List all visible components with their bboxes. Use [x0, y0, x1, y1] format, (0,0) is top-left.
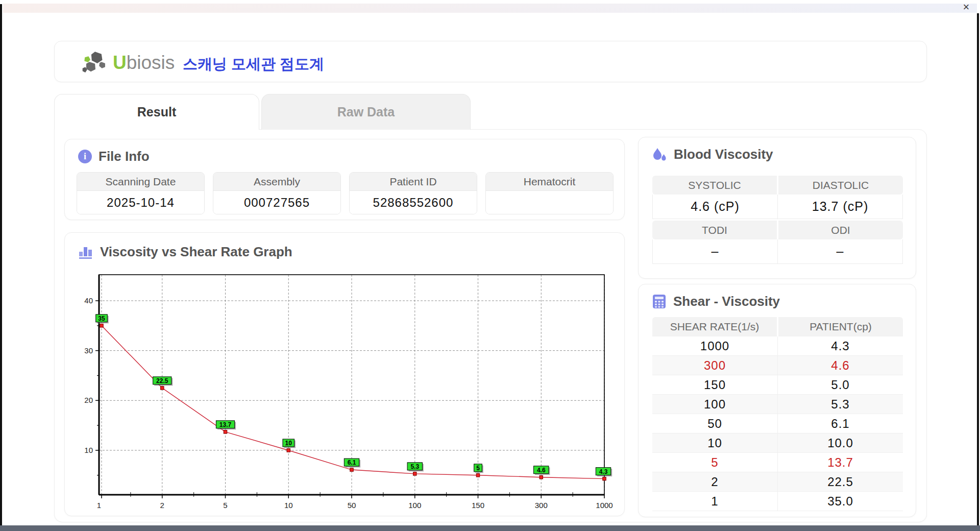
blood-viscosity-table: TODIODI––	[652, 221, 903, 264]
shear-column-header: SHEAR RATE(1/s)	[652, 317, 777, 336]
bv-value-cell: 4.6 (cP)	[653, 195, 777, 219]
shear-table-row: 135.0	[652, 492, 903, 511]
tab-raw-data-label: Raw Data	[337, 105, 395, 119]
logo-u: U	[113, 52, 127, 73]
field-value: 2025-10-14	[77, 191, 204, 214]
svg-text:5: 5	[476, 465, 480, 472]
svg-text:300: 300	[535, 501, 548, 510]
file-info-field: Assembly000727565	[213, 172, 341, 214]
window-right-border	[977, 13, 979, 527]
shear-table-row: 10004.3	[652, 336, 903, 356]
header-card: Ubiosis 스캐닝 모세관 점도계	[54, 41, 927, 82]
svg-text:50: 50	[348, 501, 356, 510]
shear-rate-cell: 1000	[652, 336, 777, 355]
patient-cp-cell: 4.3	[777, 336, 903, 355]
field-label: Hematocrit	[486, 173, 613, 191]
svg-text:1: 1	[97, 501, 101, 510]
close-icon[interactable]: ×	[960, 1, 973, 14]
svg-text:35: 35	[98, 315, 105, 322]
bv-header-cell: TODI	[652, 221, 777, 239]
patient-cp-cell: 22.5	[777, 472, 903, 491]
logo: Ubiosis	[81, 51, 175, 75]
svg-text:4.6: 4.6	[537, 467, 546, 474]
shear-viscosity-card: Shear - Viscosity SHEAR RATE(1/s)PATIENT…	[638, 284, 916, 517]
shear-table-header: SHEAR RATE(1/s)PATIENT(cp)	[652, 317, 903, 336]
blood-viscosity-card: Blood Viscosity SYSTOLICDIASTOLIC4.6 (cP…	[638, 137, 916, 279]
window-left-border	[0, 4, 2, 527]
patient-cp-cell: 13.7	[777, 453, 903, 472]
blood-viscosity-title: Blood Viscosity	[674, 147, 773, 162]
shear-rate-cell: 300	[652, 356, 777, 375]
file-info-field: Hematocrit	[485, 172, 614, 214]
logo-rest: biosis	[127, 52, 175, 73]
shear-table-row: 506.1	[652, 414, 903, 433]
svg-text:2: 2	[160, 501, 164, 510]
shear-table-row: 222.5	[652, 472, 903, 492]
field-label: Assembly	[213, 173, 340, 191]
info-icon: i	[78, 150, 92, 163]
file-info-fields: Scanning Date2025-10-14Assembly000727565…	[77, 172, 614, 214]
svg-text:10: 10	[284, 501, 293, 510]
bv-header-cell: ODI	[778, 221, 903, 239]
bv-header-cell: DIASTOLIC	[778, 176, 903, 195]
droplets-icon	[652, 147, 667, 162]
svg-text:40: 40	[84, 296, 93, 305]
svg-text:20: 20	[84, 396, 93, 404]
ubiosis-logo-icon	[81, 51, 110, 75]
blood-viscosity-table: SYSTOLICDIASTOLIC4.6 (cP)13.7 (cP)	[652, 176, 903, 219]
patient-cp-cell: 5.3	[777, 395, 903, 414]
shear-rate-cell: 50	[652, 414, 777, 433]
shear-rate-cell: 2	[652, 472, 777, 491]
svg-text:22.5: 22.5	[156, 377, 168, 384]
bv-value-cell: 13.7 (cP)	[777, 195, 902, 219]
patient-cp-cell: 4.6	[777, 356, 903, 375]
svg-text:13.7: 13.7	[219, 421, 232, 428]
shear-rate-cell: 150	[652, 375, 777, 394]
viscosity-chart: 10203040125105010015030010003522.513.710…	[65, 233, 625, 517]
shear-table-row: 1005.3	[652, 395, 903, 414]
file-info-field: Patient ID52868552600	[349, 172, 477, 214]
window-titlebar	[3, 4, 977, 13]
shear-table-row: 1010.0	[652, 433, 903, 453]
shear-column-header: PATIENT(cp)	[778, 317, 903, 336]
file-info-field: Scanning Date2025-10-14	[77, 172, 205, 214]
shear-rate-cell: 100	[652, 395, 777, 414]
shear-rate-cell: 10	[652, 433, 777, 452]
shear-table: SHEAR RATE(1/s)PATIENT(cp) 10004.33004.6…	[652, 317, 903, 511]
shear-rate-cell: 5	[652, 453, 777, 472]
patient-cp-cell: 5.0	[777, 375, 903, 394]
file-info-card: i File Info Scanning Date2025-10-14Assem…	[64, 139, 625, 220]
field-label: Scanning Date	[77, 173, 204, 191]
shear-table-row: 3004.6	[652, 356, 903, 375]
field-label: Patient ID	[350, 173, 477, 191]
calculator-icon	[652, 294, 667, 309]
field-value	[486, 191, 613, 214]
tab-raw-data[interactable]: Raw Data	[261, 94, 471, 130]
svg-text:5: 5	[223, 501, 227, 510]
tab-result-label: Result	[137, 105, 176, 119]
svg-text:1000: 1000	[596, 501, 612, 510]
shear-rate-cell: 1	[652, 492, 777, 511]
logo-text: Ubiosis	[113, 52, 175, 74]
svg-text:5.3: 5.3	[410, 463, 419, 470]
graph-card: Viscosity vs Shear Rate Graph 1020304012…	[64, 232, 625, 516]
window-bottom-border	[0, 525, 980, 531]
app-title: 스캐닝 모세관 점도계	[183, 54, 324, 75]
patient-cp-cell: 35.0	[777, 492, 903, 511]
tab-result[interactable]: Result	[54, 94, 259, 130]
svg-text:6.1: 6.1	[348, 459, 356, 466]
shear-table-row: 513.7	[652, 453, 903, 472]
shear-table-row: 1505.0	[652, 375, 903, 395]
patient-cp-cell: 6.1	[777, 414, 903, 433]
shear-table-body: 10004.33004.61505.01005.3506.11010.0513.…	[652, 336, 903, 511]
bv-value-cell: –	[777, 239, 902, 263]
bv-header-cell: SYSTOLIC	[652, 176, 777, 195]
svg-text:150: 150	[472, 501, 484, 510]
svg-text:10: 10	[285, 440, 292, 447]
field-value: 000727565	[213, 191, 340, 214]
svg-text:30: 30	[84, 346, 93, 355]
shear-viscosity-title: Shear - Viscosity	[673, 294, 780, 309]
svg-text:4.3: 4.3	[599, 468, 608, 475]
field-value: 52868552600	[350, 191, 477, 214]
svg-text:10: 10	[84, 446, 93, 454]
